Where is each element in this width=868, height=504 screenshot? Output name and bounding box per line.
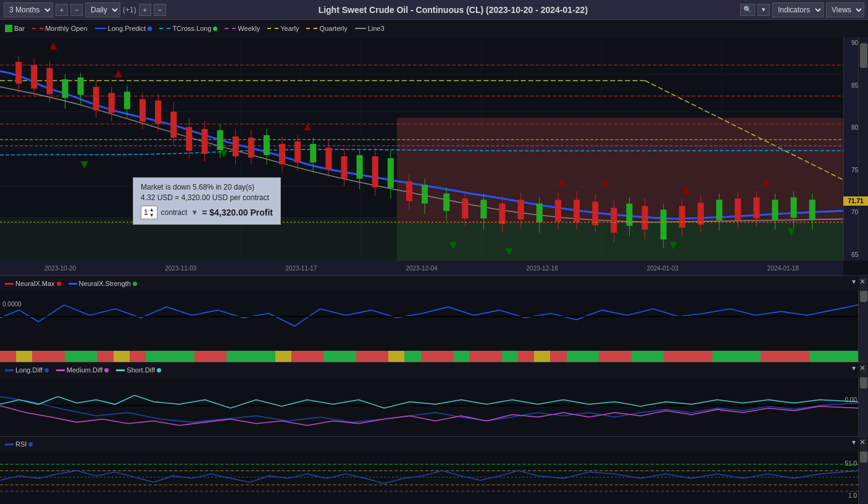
rsi-controls: ▾ ✕	[852, 438, 866, 447]
svg-rect-30	[62, 79, 68, 98]
medium-diff-legend: Medium.Diff	[56, 366, 109, 374]
zoom-in-btn[interactable]: +	[56, 4, 68, 16]
neural-close-btn[interactable]: ✕	[859, 277, 866, 286]
legend-tcross-long: TCross.Long	[159, 25, 217, 32]
svg-rect-88	[536, 203, 543, 222]
qty-up-arrow[interactable]: ▲	[149, 207, 154, 212]
rsi-legend-item: RSI	[5, 440, 33, 448]
time-axis: 2023-10-20 2023-11-03 2023-11-17 2023-12…	[0, 261, 843, 275]
indicators-select[interactable]: Indicators	[772, 2, 824, 17]
legend-long-predict: Long.Predict	[95, 25, 152, 32]
views-select[interactable]: Views	[826, 2, 864, 17]
qty-stepper[interactable]: ▲ ▼	[149, 207, 154, 218]
time-label-4: 2023-12-04	[406, 265, 437, 272]
time-label-5: 2023-12-18	[527, 265, 558, 272]
medium-diff-icon	[56, 369, 65, 371]
svg-rect-58	[279, 144, 285, 164]
svg-rect-38	[124, 91, 130, 109]
interval-select[interactable]: Daily	[85, 2, 120, 17]
svg-rect-86	[518, 200, 524, 219]
qty-down-arrow[interactable]: ▼	[149, 212, 154, 218]
svg-marker-126	[81, 161, 88, 169]
svg-rect-56	[264, 135, 270, 155]
neural-controls: ▾ ✕	[852, 277, 866, 286]
svg-rect-76	[422, 185, 428, 203]
svg-rect-50	[217, 130, 223, 150]
svg-rect-62	[310, 144, 316, 162]
svg-rect-96	[611, 208, 617, 233]
rsi-legend: RSI ▾ ✕	[0, 437, 868, 452]
quantity-box[interactable]: 1 ▲ ▼	[141, 206, 157, 219]
svg-rect-64	[325, 148, 332, 169]
diff-svg	[0, 377, 858, 434]
svg-rect-68	[357, 155, 363, 178]
rsi-close-btn[interactable]: ✕	[859, 438, 866, 447]
time-label-2: 2023-11-03	[165, 265, 196, 272]
svg-rect-32	[78, 77, 84, 94]
toolbar: 3 Months + − Daily (+1) + − Light Sweet …	[0, 0, 868, 20]
legend-monthly-open: Monthly Open	[32, 25, 87, 32]
neural-svg	[0, 291, 858, 355]
chart-title: Light Sweet Crude Oil - Continuous (CL) …	[169, 5, 738, 15]
neural-collapse-btn[interactable]: ▾	[852, 277, 856, 286]
chart-legend: Bar Monthly Open Long.Predict TCross.Lon…	[0, 20, 868, 37]
tooltip-calc: 1 ▲ ▼ contract ▼ = $4,320.00 Profit	[141, 206, 273, 219]
search-down-btn[interactable]: ▾	[757, 4, 770, 16]
diff-collapse-btn[interactable]: ▾	[852, 364, 856, 372]
neural-panel: NeuralX.Max NeuralX.Strength ▾ ✕ 0.0000	[0, 276, 868, 363]
period-select[interactable]: 3 Months	[4, 2, 53, 17]
time-label-3: 2023-11-17	[285, 265, 317, 272]
neural-strength-icon	[69, 283, 77, 285]
svg-rect-34	[93, 86, 99, 110]
svg-rect-108	[716, 200, 722, 220]
time-label-7: 2024-01-18	[767, 265, 799, 272]
rsi-collapse-btn[interactable]: ▾	[852, 438, 856, 447]
tooltip-line1: Market is down 5.68% in 20 day(s)	[141, 183, 273, 191]
tcross-long-icon	[159, 28, 170, 29]
neural-max-dot	[57, 282, 61, 286]
svg-rect-84	[499, 203, 506, 224]
svg-rect-110	[735, 198, 741, 220]
rsi-dot	[28, 442, 33, 447]
main-scrollbar[interactable]	[858, 37, 868, 261]
bar-icon	[5, 25, 12, 32]
svg-rect-44	[170, 112, 177, 138]
svg-rect-48	[201, 129, 207, 154]
diff-legend: Long.Diff Medium.Diff Short.Diff ▾ ✕	[0, 363, 868, 377]
long-diff-legend: Long.Diff	[5, 366, 49, 374]
zoom-out-btn[interactable]: −	[70, 4, 83, 16]
diff-panel: Long.Diff Medium.Diff Short.Diff ▾ ✕ 0.0…	[0, 363, 868, 437]
svg-rect-114	[772, 200, 778, 219]
rsi-panel: RSI ▾ ✕ 51.0 1.0	[0, 437, 868, 504]
quantity-value: 1	[144, 208, 148, 217]
yearly-icon	[267, 28, 278, 29]
search-btn[interactable]: 🔍	[740, 4, 755, 16]
long-diff-icon	[5, 369, 14, 371]
svg-marker-127	[220, 150, 228, 158]
svg-rect-116	[791, 197, 797, 217]
offset-plus-btn[interactable]: +	[139, 4, 151, 16]
contract-label: contract	[161, 208, 188, 217]
medium-diff-dot	[104, 368, 109, 372]
legend-bar: Bar	[5, 25, 25, 32]
neural-max-icon	[5, 283, 14, 285]
contract-type-icon[interactable]: ▼	[191, 208, 198, 217]
short-diff-icon	[116, 369, 125, 371]
tooltip-box: Market is down 5.68% in 20 day(s) 4.32 U…	[133, 177, 281, 225]
main-scroll-thumb[interactable]	[860, 43, 867, 68]
svg-rect-118	[809, 200, 816, 220]
svg-rect-46	[186, 127, 192, 151]
offset-label: (+1)	[123, 6, 136, 14]
svg-rect-26	[31, 65, 37, 88]
time-label-6: 2024-01-03	[647, 265, 678, 272]
svg-rect-74	[406, 181, 412, 201]
neural-strength-legend: NeuralX.Strength	[69, 280, 137, 287]
diff-close-btn[interactable]: ✕	[859, 364, 866, 372]
current-price-badge: 71.71	[843, 196, 868, 206]
offset-minus-btn[interactable]: −	[154, 4, 166, 16]
svg-rect-52	[233, 136, 239, 156]
main-svg	[0, 37, 843, 261]
long-predict-dot	[148, 27, 152, 31]
quarterly-icon	[306, 28, 317, 29]
svg-rect-80	[462, 198, 468, 218]
